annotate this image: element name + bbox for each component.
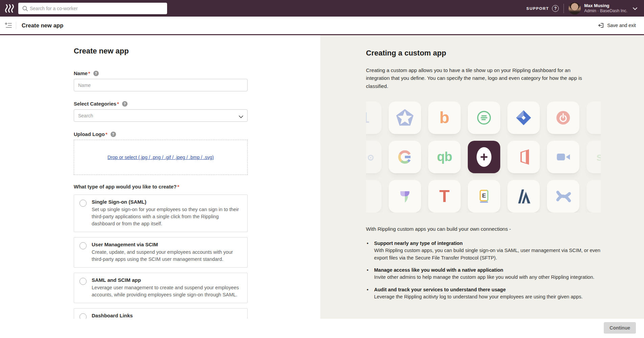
create-app-form-panel: Create new app Name ? Select Categories … <box>0 35 320 319</box>
form-heading: Create new app <box>74 47 248 55</box>
sub-header: Create new app Save and exit <box>0 17 644 35</box>
pentagon-star-tile <box>389 102 421 134</box>
rippling-waves-logo[interactable] <box>4 3 16 14</box>
info-intro: Creating a custom app allows you to have… <box>366 66 595 90</box>
partial-sa-wordmark-tile: sa <box>586 141 601 173</box>
app-type-question-label: What type of app would you like to creat… <box>74 184 179 189</box>
user-name: Max Musing <box>584 3 627 8</box>
svg-text:E: E <box>482 192 486 199</box>
option-desc: Create, update, and suspend your employe… <box>92 249 242 263</box>
ribbon-x-tile <box>547 180 579 212</box>
option-title: User Management via SCIM <box>92 242 242 247</box>
option-card-saml[interactable]: Single Sign-on (SAML) Set up single sign… <box>74 195 248 232</box>
categories-select[interactable] <box>74 109 248 122</box>
app-tile-grid: 1 b <box>366 102 601 212</box>
option-title: Single Sign-on (SAML) <box>92 199 242 205</box>
custom-app-plus-tile[interactable] <box>468 141 500 173</box>
option-desc: Set up single sign-on for your employees… <box>92 206 242 227</box>
option-card-dashboard-links[interactable]: Dashboard Links Create a bookmarked link… <box>74 308 248 319</box>
topbar-divider <box>564 4 564 13</box>
purple-leaf-tile <box>389 180 421 212</box>
app-builder-icon <box>5 22 12 29</box>
footer-bar: Continue <box>0 319 644 337</box>
info-heading: Creating a custom app <box>366 49 624 58</box>
user-role: Admin · BaseDash Inc. <box>584 8 627 14</box>
video-camera-tile <box>547 141 579 173</box>
question-circle-icon[interactable]: ? <box>93 71 99 76</box>
top-bar: SUPPORT ? Max Musing Admin · BaseDash In… <box>0 0 644 17</box>
continue-button[interactable]: Continue <box>604 322 636 334</box>
avatar <box>569 2 581 15</box>
chevron-down-icon <box>633 5 637 12</box>
gray-diamonds-tile <box>586 102 601 134</box>
name-label: Name <box>74 70 90 76</box>
pink-dots-tile <box>586 180 601 212</box>
option-title: Dashboard Links <box>92 313 242 318</box>
editor-e-tile: E <box>468 180 500 212</box>
info-panel: Creating a custom app Creating a custom … <box>320 35 644 319</box>
save-and-exit-button[interactable]: Save and exit <box>598 22 636 28</box>
support-label: SUPPORT <box>526 6 549 10</box>
option-desc: Leverage user management to create and s… <box>92 284 242 298</box>
green-circle-lines-tile <box>468 102 500 134</box>
partial-blob-tile <box>366 180 382 212</box>
option-card-scim[interactable]: User Management via SCIM Create, update,… <box>74 237 248 268</box>
radio-dashboard-links[interactable] <box>79 313 87 319</box>
radio-saml[interactable] <box>79 200 87 207</box>
radio-scim[interactable] <box>79 242 87 249</box>
question-circle-icon[interactable]: ? <box>122 101 128 107</box>
question-circle-icon[interactable]: ? <box>111 132 116 137</box>
logo-dropzone[interactable]: Drop or select (.jpg / .png / .gif / .jp… <box>74 140 248 175</box>
radio-saml-scim[interactable] <box>79 278 87 285</box>
option-title: SAML and SCIM app <box>92 277 242 283</box>
categories-label: Select Categories <box>74 101 119 107</box>
search-icon <box>22 5 28 13</box>
app-name-input[interactable] <box>74 79 248 91</box>
jira-diamond-tile <box>507 102 540 134</box>
question-circle-icon: ? <box>552 5 559 12</box>
quickbooks-qb-tile: qb <box>428 141 461 173</box>
support-button[interactable]: SUPPORT ? <box>526 5 559 12</box>
user-menu[interactable]: Max Musing Admin · BaseDash Inc. <box>569 2 637 15</box>
list-item: Support nearly any type of integration W… <box>366 241 603 262</box>
partial-ro-wordmark-tile: ro <box>366 141 382 173</box>
letter-t-tile: T <box>428 180 461 212</box>
power-button-tile <box>547 102 579 134</box>
save-and-exit-label: Save and exit <box>607 23 636 28</box>
plus-icon <box>468 141 500 173</box>
option-card-saml-scim[interactable]: SAML and SCIM app Leverage user manageme… <box>74 273 248 303</box>
google-g-tile <box>389 141 421 173</box>
list-item: Manage access like you would with a nati… <box>366 267 603 281</box>
benefits-list: Support nearly any type of integration W… <box>366 241 603 301</box>
letter-b-tile: b <box>428 102 461 134</box>
exit-arrow-icon <box>598 22 604 28</box>
list-item: Audit and track your services to underst… <box>366 287 603 301</box>
subheader-divider <box>16 22 16 29</box>
connections-line: With Rippling custom apps you can build … <box>366 226 624 232</box>
logo-upload-link[interactable]: Drop or select (.jpg / .png / .gif / .jp… <box>108 155 214 160</box>
office-door-tile <box>507 141 540 173</box>
navy-a-tile <box>507 180 540 212</box>
partial-numeral-one-tile: 1 <box>366 102 382 134</box>
upload-logo-label: Upload Logo <box>74 131 108 137</box>
page-title: Create new app <box>22 22 63 29</box>
coworker-search-input[interactable] <box>18 3 167 14</box>
